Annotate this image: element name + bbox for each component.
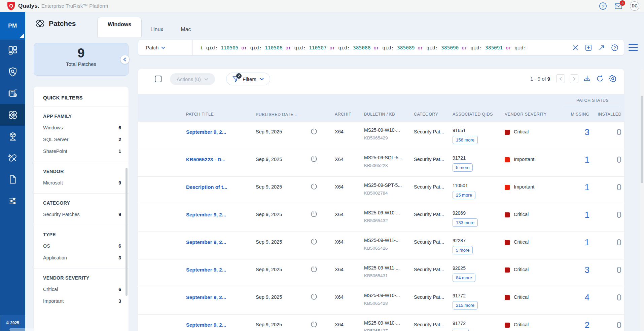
missing-count[interactable]: 3 bbox=[564, 122, 592, 137]
prev-page-button[interactable] bbox=[556, 74, 565, 83]
col-category[interactable]: CATEGORY bbox=[414, 112, 453, 117]
installed-count[interactable]: 0 bbox=[592, 232, 624, 248]
user-avatar[interactable]: DC bbox=[630, 1, 639, 11]
collapse-panel-button[interactable] bbox=[120, 55, 130, 64]
module-switcher[interactable]: PM bbox=[0, 12, 25, 40]
notifications-icon[interactable]: 3 bbox=[614, 2, 622, 10]
installed-count[interactable]: 0 bbox=[592, 204, 624, 220]
sidebar-item-dashboard[interactable] bbox=[0, 40, 25, 61]
severity-swatch bbox=[505, 267, 510, 273]
menu-icon[interactable] bbox=[629, 44, 638, 52]
sidebar-item-inventory[interactable] bbox=[0, 83, 25, 104]
col-patch-title[interactable]: PATCH TITLE bbox=[186, 112, 256, 117]
missing-count[interactable]: 1 bbox=[564, 232, 592, 248]
installed-count[interactable]: 0 bbox=[592, 259, 624, 275]
patch-title-link[interactable]: September 9, 2... bbox=[186, 287, 256, 300]
next-page-button[interactable] bbox=[570, 74, 578, 83]
patch-title-link[interactable]: KB5065223 - D... bbox=[186, 149, 256, 162]
quick-filter-item[interactable]: OS 6 bbox=[43, 240, 121, 252]
chevron-right-icon bbox=[573, 77, 576, 81]
quick-filter-item[interactable]: Security Patches 9 bbox=[43, 208, 121, 220]
refresh-icon[interactable] bbox=[596, 75, 604, 83]
brand-name: Qualys. bbox=[18, 3, 39, 9]
actions-button[interactable]: Actions (0) bbox=[170, 73, 215, 85]
more-qids-button[interactable] bbox=[453, 329, 469, 331]
search-scope-dropdown[interactable]: Patch bbox=[138, 40, 193, 55]
quick-filter-label: SQL Server bbox=[43, 137, 68, 142]
reboot-required-icon bbox=[310, 315, 335, 330]
clear-query-icon[interactable] bbox=[572, 44, 579, 51]
installed-count[interactable]: 0 bbox=[592, 177, 624, 193]
more-qids-button[interactable]: 156 more bbox=[453, 136, 478, 144]
quick-filter-item[interactable]: Important 3 bbox=[43, 295, 121, 307]
sidebar-item-configuration[interactable] bbox=[0, 190, 25, 212]
quick-filter-item[interactable]: Microsoft 9 bbox=[43, 177, 121, 189]
download-icon[interactable] bbox=[583, 75, 591, 83]
missing-count[interactable]: 1 bbox=[564, 149, 592, 165]
chevron-left-icon bbox=[559, 77, 562, 81]
reboot-required-icon bbox=[310, 259, 335, 275]
filters-scrollbar[interactable] bbox=[126, 168, 128, 296]
select-all-checkbox[interactable] bbox=[155, 76, 162, 82]
horizontal-scrollbar[interactable] bbox=[9, 328, 75, 331]
col-associated-qids[interactable]: ASSOCIATED QIDS bbox=[453, 112, 505, 117]
missing-count[interactable]: 1 bbox=[564, 177, 592, 193]
patch-title-link[interactable]: September 9, 2... bbox=[186, 259, 256, 273]
more-qids-button[interactable]: 25 more bbox=[453, 191, 475, 199]
page-scrollbar[interactable] bbox=[641, 96, 643, 183]
sidebar-item-assets[interactable] bbox=[0, 126, 25, 147]
severity-label: Critical bbox=[514, 322, 529, 327]
tab-mac[interactable]: Mac bbox=[172, 22, 200, 37]
missing-count[interactable]: 1 bbox=[564, 204, 592, 220]
quick-filter-count: 6 bbox=[118, 125, 121, 130]
missing-count[interactable]: 2 bbox=[564, 315, 592, 330]
bulletin-kb-cell: MS25-09-W11-... KB5065431 bbox=[364, 259, 414, 278]
more-qids-button[interactable]: 84 more bbox=[453, 274, 475, 282]
installed-count[interactable]: 0 bbox=[592, 287, 624, 303]
query-help-icon[interactable]: ? bbox=[611, 44, 618, 51]
col-vendor-severity[interactable]: VENDOR SEVERITY bbox=[505, 112, 564, 117]
quick-filter-item[interactable]: Windows 6 bbox=[43, 122, 121, 133]
patch-title-link[interactable]: Description of t... bbox=[186, 177, 256, 190]
col-bulletin-kb[interactable]: BULLETIN / KB bbox=[364, 112, 414, 117]
more-qids-button[interactable]: 215 more bbox=[453, 301, 478, 309]
save-query-icon[interactable] bbox=[585, 44, 592, 51]
category-cell: Security Pat... bbox=[414, 287, 453, 300]
sidebar-item-tools[interactable] bbox=[0, 147, 25, 169]
more-qids-button[interactable]: 5 more bbox=[453, 163, 473, 172]
search-query-input[interactable]: ( qid: 110505 or qid: 110506 or qid: 110… bbox=[193, 45, 566, 50]
quick-filter-item[interactable]: SharePoint 1 bbox=[43, 145, 121, 157]
patch-title-link[interactable]: September 9, 2... bbox=[186, 232, 256, 245]
patch-title-link[interactable]: September 9, 2... bbox=[186, 315, 256, 328]
patch-title-link[interactable]: September 9, 2... bbox=[186, 204, 256, 217]
missing-count[interactable]: 3 bbox=[564, 259, 592, 275]
col-missing[interactable]: MISSING bbox=[564, 112, 592, 117]
sidebar-item-reports[interactable] bbox=[0, 169, 25, 190]
more-qids-button[interactable]: 133 more bbox=[453, 218, 478, 227]
col-architecture[interactable]: ARCHIT bbox=[335, 112, 364, 117]
expand-query-icon[interactable] bbox=[598, 44, 605, 51]
col-published-date[interactable]: PUBLISHED DATE↓ bbox=[256, 112, 310, 117]
quick-filter-item[interactable]: Application 3 bbox=[43, 252, 121, 263]
tab-linux[interactable]: Linux bbox=[142, 22, 172, 37]
sidebar-item-patches[interactable] bbox=[0, 104, 25, 126]
category-cell: Security Pat... bbox=[414, 177, 453, 190]
installed-count[interactable]: 0 bbox=[592, 122, 624, 137]
more-qids-button[interactable]: 5 more bbox=[453, 246, 473, 254]
quick-filter-item[interactable]: SQL Server 2 bbox=[43, 133, 121, 145]
help-icon[interactable]: ? bbox=[599, 2, 607, 10]
search-scope-label: Patch bbox=[146, 45, 158, 50]
settings-gear-icon[interactable] bbox=[609, 75, 617, 83]
tab-windows[interactable]: Windows bbox=[97, 17, 142, 37]
installed-count[interactable]: 0 bbox=[592, 315, 624, 330]
patch-title-link[interactable]: September 9, 2... bbox=[186, 122, 256, 135]
sidebar-item-detections[interactable] bbox=[0, 61, 25, 83]
list-toolbar: Actions (0) 2 Filters 1 - 9 of9 bbox=[138, 69, 624, 94]
col-installed[interactable]: INSTALLED bbox=[592, 112, 624, 117]
quick-filter-item[interactable]: Critical 6 bbox=[43, 283, 121, 295]
severity-swatch bbox=[505, 130, 510, 135]
filters-button[interactable]: 2 Filters bbox=[226, 73, 270, 85]
total-patches-card[interactable]: 9 Total Patches bbox=[34, 43, 129, 76]
missing-count[interactable]: 4 bbox=[564, 287, 592, 303]
installed-count[interactable]: 0 bbox=[592, 149, 624, 165]
